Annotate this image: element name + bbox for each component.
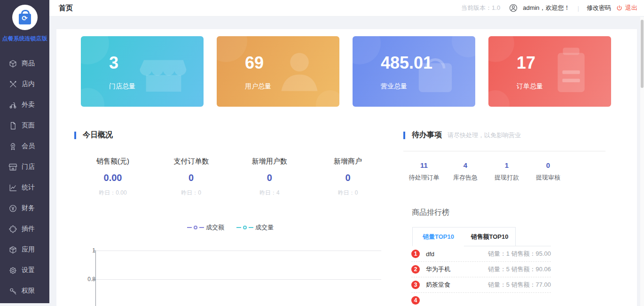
sidebar-item-label: 外卖 <box>22 101 35 109</box>
y-tick-label: 1 <box>67 247 95 254</box>
header-actions: 当前版本：1.0 admin，欢迎您！ | 修改密码 退出 <box>461 3 637 13</box>
section-title-text: 待办事项 <box>412 130 442 140</box>
box-icon <box>8 59 17 68</box>
puzzle-icon <box>8 225 17 234</box>
ranking-row[interactable]: 2 华为手机 销量：5 销售额：90.06 <box>411 262 551 277</box>
ranking-row[interactable]: 4 <box>411 293 551 306</box>
stat-label: 用户总量 <box>245 82 271 91</box>
logout-button[interactable]: 退出 <box>616 4 637 12</box>
todo-value: 4 <box>445 161 486 169</box>
stat-label: 支付订单数 <box>154 157 229 166</box>
legend-line <box>187 227 192 228</box>
y-tick-label: 0.8 <box>67 276 95 282</box>
tab-sales-volume-top10[interactable]: 销量TOP10 <box>412 227 464 246</box>
today-section-title: 今日概况 <box>74 130 113 140</box>
product-stats: 销量：5 销售额：90.06 <box>488 265 551 274</box>
product-stats: 销量：1 销售额：95.00 <box>488 250 551 258</box>
todo-value: 0 <box>527 161 569 169</box>
app-logo <box>12 5 38 30</box>
stat-label: 订单总量 <box>517 82 543 91</box>
gridline <box>95 279 381 280</box>
stat-label: 营业总量 <box>381 82 407 91</box>
sidebar-item-label: 权限 <box>22 287 35 295</box>
today-stat-sales: 销售额(元) 0.00 昨日：0.00 <box>75 157 150 197</box>
shopping-bag-logo-icon <box>19 14 31 24</box>
stat-card-stores: 3 门店总量 <box>81 36 204 107</box>
y-axis-line <box>95 251 96 306</box>
todo-item-pending-orders[interactable]: 11 待处理订单 <box>403 161 445 182</box>
todo-value: 1 <box>486 161 527 169</box>
todo-label: 提现审核 <box>527 173 569 182</box>
today-stat-paid-orders: 支付订单数 0 昨日：0 <box>154 157 229 197</box>
today-stat-new-merchants: 新增商户 0 昨日：0 <box>310 157 385 197</box>
section-title-text: 今日概况 <box>83 130 113 140</box>
order-list-icon <box>545 46 597 97</box>
medal-icon <box>8 142 17 151</box>
todo-item-withdraw-payment[interactable]: 1 提现打款 <box>486 161 527 182</box>
sidebar-item-apps[interactable]: 应用 <box>0 239 49 260</box>
sidebar: 点餐系统连锁店版 商品 店内 外卖 页面 会员 门店 统计 <box>0 0 49 303</box>
stat-value: 0.00 <box>75 173 150 183</box>
gridline <box>95 251 381 251</box>
sidebar-item-instore[interactable]: 店内 <box>0 74 49 94</box>
ranking-row[interactable]: 1 dfd 销量：1 销售额：95.00 <box>411 246 551 262</box>
accent-bar <box>74 132 76 139</box>
main-content: 3 门店总量 69 用户总量 485.01 营业总量 <box>56 29 637 306</box>
stat-label: 新增商户 <box>310 157 385 166</box>
legend-line <box>236 227 241 228</box>
change-password-button[interactable]: 修改密码 <box>587 4 611 12</box>
product-stats: 销量：5 销售额：77.00 <box>488 281 551 289</box>
page-scrollbar <box>640 17 644 306</box>
sidebar-item-permissions[interactable]: 权限 <box>0 281 49 301</box>
finance-icon <box>8 204 17 213</box>
ranking-row[interactable]: 3 奶茶堂食 销量：5 销售额：77.00 <box>411 277 551 293</box>
section-subtitle: 请尽快处理，以免影响营业 <box>448 131 521 140</box>
page-icon <box>8 121 17 130</box>
divider <box>403 151 605 151</box>
power-icon <box>616 5 623 12</box>
ranking-title: 商品排行榜 <box>412 208 449 218</box>
accent-bar <box>403 132 405 139</box>
sidebar-item-label: 插件 <box>22 225 35 233</box>
stat-card-revenue: 485.01 营业总量 <box>353 36 475 107</box>
sidebar-item-goods[interactable]: 商品 <box>0 53 49 74</box>
user-greeting: admin，欢迎您！ <box>523 4 570 12</box>
legend-marker-icon <box>243 226 247 229</box>
today-stat-new-users: 新增用户数 0 昨日：4 <box>232 157 307 197</box>
key-icon <box>8 287 17 296</box>
scrollbar-thumb[interactable] <box>641 20 644 88</box>
page-title: 首页 <box>59 4 73 13</box>
legend-item-amount[interactable]: 成交额 <box>187 223 224 232</box>
sidebar-item-settings[interactable]: 设置 <box>0 260 49 281</box>
sidebar-item-label: 商品 <box>22 59 35 68</box>
todo-item-withdraw-review[interactable]: 0 提现审核 <box>527 161 569 182</box>
stat-value: 69 <box>245 53 264 73</box>
product-name: 华为手机 <box>426 265 450 274</box>
sidebar-item-finance[interactable]: 财务 <box>0 198 49 219</box>
logout-label: 退出 <box>625 4 637 12</box>
stat-value: 0 <box>232 173 307 183</box>
rank-badge: 2 <box>411 265 420 274</box>
ranking-tabs: 销量TOP10 销售额TOP10 <box>412 227 551 246</box>
scooter-icon <box>8 101 17 110</box>
app-title: 点餐系统连锁店版 <box>2 35 47 43</box>
sidebar-item-members[interactable]: 会员 <box>0 136 49 157</box>
stat-yesterday: 昨日：0.00 <box>75 189 150 197</box>
sidebar-item-label: 会员 <box>22 142 35 150</box>
todo-item-low-stock[interactable]: 4 库存告急 <box>445 161 486 182</box>
sidebar-item-pages[interactable]: 页面 <box>0 115 49 136</box>
stat-card-users: 69 用户总量 <box>217 36 339 107</box>
sidebar-item-stores[interactable]: 门店 <box>0 157 49 177</box>
stat-label: 门店总量 <box>109 82 135 91</box>
sidebar-item-delivery[interactable]: 外卖 <box>0 94 49 115</box>
stat-value: 0 <box>310 173 385 183</box>
version-label: 当前版本：1.0 <box>461 4 500 12</box>
sidebar-item-statistics[interactable]: 统计 <box>0 177 49 198</box>
tab-sales-amount-top10[interactable]: 销售额TOP10 <box>464 227 516 246</box>
stat-label: 新增用户数 <box>232 157 307 166</box>
legend-line <box>249 227 253 228</box>
sidebar-item-plugins[interactable]: 插件 <box>0 219 49 239</box>
sidebar-item-label: 财务 <box>22 204 35 212</box>
rank-badge: 1 <box>411 250 420 258</box>
legend-item-volume[interactable]: 成交量 <box>236 223 274 232</box>
